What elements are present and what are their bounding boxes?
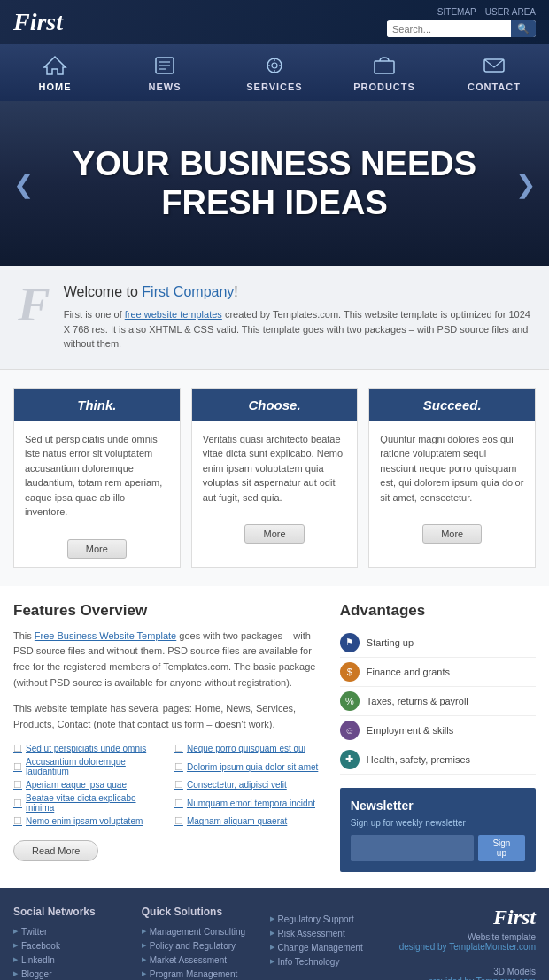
card-think-footer: More bbox=[14, 530, 180, 567]
header-links: SITEMAP USER AREA bbox=[437, 7, 536, 17]
svg-point-6 bbox=[272, 63, 277, 68]
footer-social-list: Twitter Facebook LinkedIn Blogger bbox=[13, 927, 128, 979]
list-item: Market Assessment bbox=[142, 955, 257, 965]
list-item: Blogger bbox=[13, 969, 128, 979]
list-item: LinkedIn bbox=[13, 955, 128, 965]
nav-label-services: SERVICES bbox=[246, 81, 302, 92]
advantage-icon-3: ☺ bbox=[340, 721, 360, 740]
list-item[interactable]: Numquam emori tempora incidnt bbox=[174, 793, 327, 813]
nav-item-home[interactable]: HOME bbox=[11, 44, 99, 101]
newsletter-title: Newsletter bbox=[351, 799, 525, 813]
card-succeed-more-button[interactable]: More bbox=[422, 524, 482, 544]
footer-solutions-list: Management Consulting Policy and Regulat… bbox=[142, 927, 257, 979]
advantage-label-0: Starting up bbox=[367, 637, 414, 648]
list-item[interactable]: Beatae vitae dicta explicabo minima bbox=[13, 793, 166, 813]
user-area-link[interactable]: USER AREA bbox=[485, 7, 536, 17]
advantage-item-2: % Taxes, returns & payroll bbox=[340, 687, 536, 716]
sitemap-link[interactable]: SITEMAP bbox=[437, 7, 476, 17]
nav-label-products: PRODUCTS bbox=[353, 81, 415, 92]
nav-item-contact[interactable]: CONTACT bbox=[450, 44, 538, 101]
features-text2: This website template has several pages:… bbox=[13, 701, 327, 732]
welcome-letter: F bbox=[18, 280, 50, 328]
nav-label-news: NEWS bbox=[149, 81, 182, 92]
list-item[interactable]: Neque porro quisquam est qui bbox=[174, 743, 327, 754]
newsletter-subtitle: Sign up for weekly newsletter bbox=[351, 818, 525, 828]
welcome-text: First is one of free website templates c… bbox=[64, 307, 531, 351]
list-item[interactable]: Consectetur, adipisci velit bbox=[174, 779, 327, 791]
nav-item-products[interactable]: PRODUCTS bbox=[340, 44, 429, 101]
footer-models-label: 3D Models bbox=[398, 967, 536, 976]
hero-next-arrow[interactable]: ❯ bbox=[506, 160, 545, 207]
list-item: Info Technology bbox=[270, 957, 385, 967]
search-bar: 🔍 bbox=[387, 20, 536, 37]
list-item[interactable]: Accusantium doloremque laudantium bbox=[13, 757, 166, 776]
list-item: Risk Assessment bbox=[270, 929, 385, 938]
list-item: Twitter bbox=[13, 927, 128, 937]
card-succeed-title: Succeed. bbox=[369, 389, 535, 421]
footer-models-sub: provided by Templates.com bbox=[398, 976, 536, 980]
card-succeed-footer: More bbox=[369, 515, 535, 552]
services-icon bbox=[260, 53, 289, 78]
card-succeed: Succeed. Quuntur magni dolores eos qui r… bbox=[368, 388, 536, 568]
list-item[interactable]: Nemo enim ipsam voluptatem bbox=[13, 815, 166, 827]
footer-logo-sub: Website template bbox=[398, 932, 536, 942]
newsletter-form: Sign up bbox=[351, 835, 525, 861]
card-succeed-body: Quuntur magni dolores eos qui ratione vo… bbox=[369, 421, 535, 516]
contact-icon bbox=[480, 53, 508, 78]
features-text1: This Free Business Website Template goes… bbox=[13, 629, 327, 691]
card-think-body: Sed ut perspiciatis unde omnis iste natu… bbox=[14, 421, 180, 530]
products-icon bbox=[370, 53, 398, 78]
search-input[interactable] bbox=[387, 21, 511, 37]
welcome-link[interactable]: free website templates bbox=[125, 309, 222, 320]
list-item[interactable]: Dolorim ipsum quia dolor sit amet bbox=[174, 757, 327, 776]
list-item[interactable]: Sed ut perspiciatis unde omnis bbox=[13, 743, 166, 754]
hero-text: YOUR BUSINESS NEEDSFRESH IDEAS bbox=[73, 145, 476, 222]
footer-designer: designed by TemplateMonster.com bbox=[398, 942, 536, 952]
footer-other: Regulatory Support Risk Assessment Chang… bbox=[270, 906, 385, 980]
logo[interactable]: First bbox=[13, 8, 63, 36]
card-think: Think. Sed ut perspiciatis unde omnis is… bbox=[13, 388, 181, 568]
welcome-content: Welcome to First Company! First is one o… bbox=[64, 284, 531, 351]
footer-logo-col: First Website template designed by Templ… bbox=[398, 906, 536, 980]
footer-other-list: Regulatory Support Risk Assessment Chang… bbox=[270, 914, 385, 967]
features-link1[interactable]: Free Business Website Template bbox=[35, 630, 176, 641]
list-item: Change Management bbox=[270, 943, 385, 953]
read-more-button[interactable]: Read More bbox=[13, 840, 98, 861]
advantage-icon-1: $ bbox=[340, 662, 360, 682]
nav-label-contact: CONTACT bbox=[468, 81, 521, 92]
advantage-item-3: ☺ Employment & skills bbox=[340, 716, 536, 745]
list-item[interactable]: Aperiam eaque ipsa quae bbox=[13, 779, 166, 791]
newsletter-section: Newsletter Sign up for weekly newsletter… bbox=[340, 788, 536, 872]
nav-item-services[interactable]: SERVICES bbox=[230, 44, 319, 101]
main-nav: HOME NEWS SERVICES PRODUCTS CONTACT bbox=[0, 44, 549, 101]
nav-label-home: HOME bbox=[39, 81, 72, 92]
advantage-label-1: Finance and grants bbox=[367, 667, 450, 677]
hero-banner: ❮ YOUR BUSINESS NEEDSFRESH IDEAS ❯ bbox=[0, 101, 549, 266]
list-item: Facebook bbox=[13, 941, 128, 951]
features-section: Features Overview This Free Business Web… bbox=[13, 602, 327, 872]
list-item: Program Management bbox=[142, 969, 257, 979]
card-think-more-button[interactable]: More bbox=[67, 539, 127, 559]
footer-social: Social Networks Twitter Facebook LinkedI… bbox=[13, 906, 128, 980]
hero-prev-arrow[interactable]: ❮ bbox=[4, 160, 43, 207]
header-right: SITEMAP USER AREA 🔍 bbox=[387, 7, 536, 37]
list-item[interactable]: Magnam aliquam quaerat bbox=[174, 815, 327, 827]
advantages-title: Advantages bbox=[340, 602, 536, 620]
newsletter-input[interactable] bbox=[351, 835, 474, 861]
nav-item-news[interactable]: NEWS bbox=[120, 44, 209, 101]
hero-line2: FRESH IDEAS bbox=[161, 184, 387, 221]
card-choose-footer: More bbox=[192, 515, 358, 552]
card-choose-title: Choose. bbox=[192, 389, 358, 421]
welcome-title: Welcome to First Company! bbox=[64, 284, 531, 300]
three-cols-section: Think. Sed ut perspiciatis unde omnis is… bbox=[0, 370, 549, 586]
newsletter-signup-button[interactable]: Sign up bbox=[478, 835, 525, 861]
advantage-label-3: Employment & skills bbox=[367, 725, 453, 736]
main-content: Features Overview This Free Business Web… bbox=[0, 586, 549, 888]
card-choose-more-button[interactable]: More bbox=[244, 524, 304, 544]
card-think-title: Think. bbox=[14, 389, 180, 421]
advantages-section: Advantages ⚑ Starting up $ Finance and g… bbox=[340, 602, 536, 872]
svg-marker-0 bbox=[44, 57, 66, 74]
card-choose-body: Veritatis quasi architecto beatae vitae … bbox=[192, 421, 358, 516]
search-button[interactable]: 🔍 bbox=[511, 20, 536, 37]
footer-solutions-title: Quick Solutions bbox=[142, 906, 257, 918]
